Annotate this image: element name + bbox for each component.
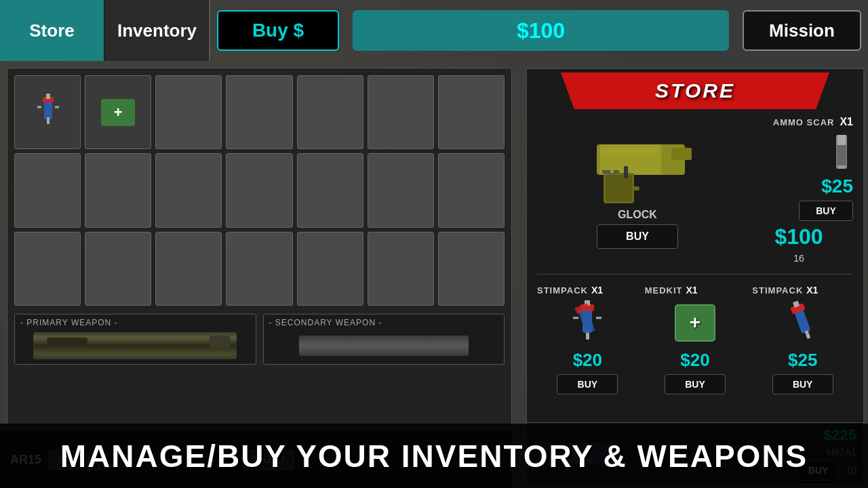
- left-panel: + - PRIMARY WEAPON -: [7, 68, 512, 427]
- inventory-slot-9[interactable]: [155, 153, 222, 227]
- inventory-slot-4[interactable]: [297, 75, 363, 149]
- inventory-slot-5[interactable]: [368, 75, 434, 149]
- stimpack-store-icon-2: [779, 299, 827, 346]
- inventory-slot-18[interactable]: [297, 232, 363, 306]
- store-item-stimpack2: STIMPACK X1 $25 BUY: [752, 285, 853, 394]
- medkit-price: $20: [680, 350, 709, 371]
- weapon-slots: - PRIMARY WEAPON - - SECONDARY WEAPON -: [14, 314, 505, 365]
- top-bar: Store Inventory Buy $ $100 Mission: [0, 0, 868, 61]
- store-panel: STORE: [526, 68, 865, 485]
- store-banner: STORE: [561, 73, 829, 109]
- store-item-medkit: MEDKIT X1 + $20 BUY: [645, 285, 746, 394]
- svg-rect-9: [600, 148, 658, 155]
- stimpack1-buy-button[interactable]: BUY: [557, 374, 618, 394]
- inventory-slot-19[interactable]: [368, 232, 434, 306]
- svg-rect-14: [614, 170, 619, 173]
- tab-inventory[interactable]: Inventory: [105, 0, 210, 61]
- svg-rect-13: [602, 170, 610, 174]
- inventory-slot-15[interactable]: [85, 232, 151, 306]
- ammo-scar-buy-button[interactable]: BUY: [799, 201, 853, 221]
- inventory-slot-6[interactable]: [438, 75, 505, 149]
- svg-rect-7: [671, 148, 692, 160]
- store-item-stimpack1: STIMPACK X1 $20 BUY: [537, 285, 638, 394]
- svg-rect-3: [47, 117, 50, 124]
- mission-button[interactable]: Mission: [743, 10, 861, 51]
- inventory-slot-8[interactable]: [85, 153, 151, 227]
- secondary-weapon-slot[interactable]: - SECONDARY WEAPON -: [263, 314, 505, 365]
- overlay-text: MANAGE/BUY YOUR INVENTORY & WEAPONS: [60, 438, 808, 474]
- secondary-items: STIMPACK X1 $20 BUY: [537, 285, 853, 394]
- buy-button[interactable]: Buy $: [217, 10, 339, 51]
- stimpack2-buy-button[interactable]: BUY: [772, 374, 833, 394]
- inventory-slot-13[interactable]: [438, 153, 505, 227]
- inventory-slot-2[interactable]: [155, 75, 222, 149]
- inventory-slot-1[interactable]: +: [85, 75, 151, 149]
- svg-rect-11: [606, 175, 632, 201]
- inventory-slot-10[interactable]: [226, 153, 292, 227]
- svg-rect-2: [46, 94, 50, 99]
- overlay-banner: MANAGE/BUY YOUR INVENTORY & WEAPONS: [0, 424, 868, 488]
- inventory-slot-3[interactable]: [226, 75, 292, 149]
- svg-rect-16: [837, 135, 846, 145]
- glock-price: $100: [745, 224, 853, 249]
- ammo-scar-price: $25: [745, 176, 853, 197]
- ammo-icon: [829, 131, 853, 172]
- inventory-slot-14[interactable]: [14, 232, 81, 306]
- featured-right: AMMO SCAR X1 $25 BUY $100 16: [745, 116, 853, 264]
- glock-label: GLOCK: [618, 209, 657, 221]
- inventory-slot-7[interactable]: [14, 153, 81, 227]
- medkit-store-icon: +: [671, 299, 719, 346]
- tab-store[interactable]: Store: [0, 0, 105, 61]
- inventory-slot-17[interactable]: [226, 232, 292, 306]
- inventory-slot-16[interactable]: [155, 232, 222, 306]
- balance-display: $100: [353, 10, 729, 51]
- inventory-slot-12[interactable]: [368, 153, 434, 227]
- inventory-slot-0[interactable]: [14, 75, 81, 149]
- inventory-slot-20[interactable]: [438, 232, 505, 306]
- glock-capacity: 16: [745, 253, 853, 264]
- stimpack-icon: [29, 94, 66, 131]
- ammo-scar-row: AMMO SCAR X1: [745, 116, 853, 128]
- svg-rect-12: [624, 166, 628, 178]
- glock-image: [576, 131, 698, 205]
- medkit-buy-button[interactable]: BUY: [665, 374, 726, 394]
- medkit-icon: +: [101, 99, 135, 126]
- inventory-grid: +: [14, 75, 505, 306]
- svg-rect-18: [838, 165, 845, 169]
- store-content: GLOCK BUY AMMO SCAR X1 $25: [527, 109, 863, 401]
- primary-weapon-slot[interactable]: - PRIMARY WEAPON -: [14, 314, 256, 365]
- stimpack1-price: $20: [573, 350, 602, 371]
- stimpack-store-icon-1: [564, 299, 611, 346]
- glock-buy-button[interactable]: BUY: [597, 224, 678, 249]
- featured-item-glock: GLOCK BUY AMMO SCAR X1 $25: [537, 116, 853, 274]
- svg-rect-30: [804, 330, 810, 339]
- stimpack2-price: $25: [788, 350, 817, 371]
- glock-container: GLOCK BUY: [537, 131, 738, 249]
- svg-rect-17: [837, 145, 846, 165]
- inventory-slot-11[interactable]: [297, 153, 363, 227]
